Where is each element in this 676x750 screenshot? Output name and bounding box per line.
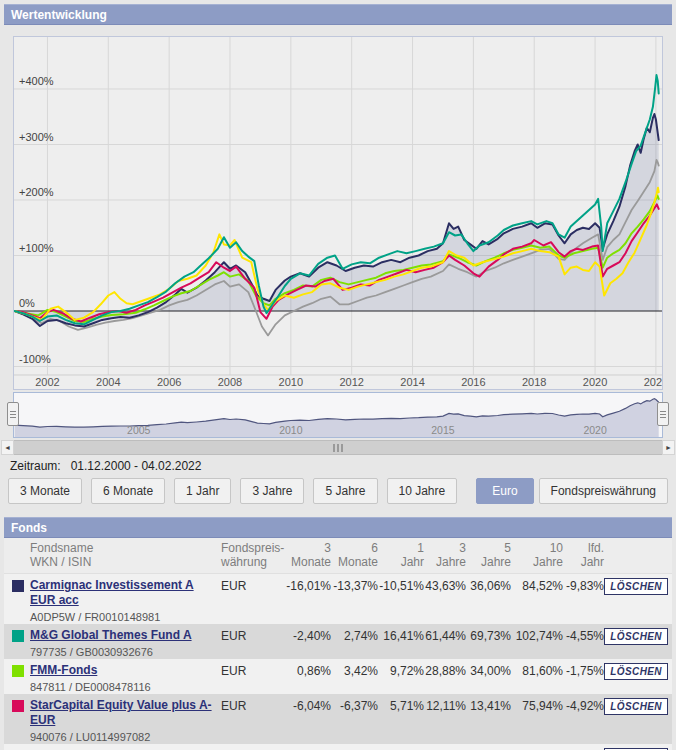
range-handle-left[interactable] <box>7 402 19 426</box>
scroll-left-arrow-icon[interactable]: ◄ <box>1 440 14 455</box>
fund-name-cell: FMM-Fonds847811 / DE0008478116 <box>30 663 221 694</box>
zeitraum-line: Zeitraum:01.12.2000 - 04.02.2022 <box>10 459 201 473</box>
funds-section-header: Fonds <box>4 517 672 538</box>
fund-perf-10y: 102,74% <box>511 628 563 643</box>
scrollbar-grip-icon[interactable] <box>334 444 343 452</box>
fund-action-cell: LÖSCHEN <box>604 698 672 715</box>
svg-text:2002: 2002 <box>35 376 59 388</box>
svg-text:0%: 0% <box>19 297 35 309</box>
fund-name-link[interactable]: FMM-Fonds <box>30 663 97 677</box>
fund-name-cell: StarCapital Equity Value plus A-EUR94007… <box>30 698 221 744</box>
col-header-currency: Fondspreis- währung <box>221 541 279 569</box>
col-header-10y: 10 Jahre <box>511 541 563 569</box>
performance-chart-panel: +400%+300%+200%+100%0%-100%2002200420062… <box>13 36 663 390</box>
fund-name-cell: Carmignac Investissement A EUR accA0DP5W… <box>30 578 221 624</box>
fund-color-swatch <box>12 665 24 677</box>
delete-fund-button[interactable]: LÖSCHEN <box>604 698 668 715</box>
fund-color-swatch <box>12 580 24 592</box>
fund-table-row: M&G Global Themes Fund A797735 / GB00309… <box>4 624 672 659</box>
svg-text:-100%: -100% <box>19 353 51 365</box>
svg-text:2022: 2022 <box>644 376 662 388</box>
fund-perf-10y: 84,52% <box>511 578 563 593</box>
fund-name-link[interactable]: StarCapital Equity Value plus A-EUR <box>30 698 212 727</box>
fund-color-swatch <box>12 700 24 712</box>
currency-fund-button[interactable]: Fondspreiswährung <box>539 478 668 504</box>
fund-name-cell: M&G Global Themes Fund A797735 / GB00309… <box>30 628 221 659</box>
fund-perf-3m: -16,01% <box>279 578 331 593</box>
svg-text:+400%: +400% <box>19 75 54 87</box>
fund-table-row: WM Aktien Global UI-Fonds B979075 / DE00… <box>4 744 672 750</box>
fund-wkn-isin: 797735 / GB0030932676 <box>30 645 221 659</box>
fund-name-link[interactable]: Carmignac Investissement A EUR acc <box>30 578 194 607</box>
range-handle-right[interactable] <box>657 402 669 426</box>
fund-perf-1y: -10,51% <box>378 578 424 593</box>
period-toolbar: 3 Monate 6 Monate 1 Jahr 3 Jahre 5 Jahre… <box>8 478 668 504</box>
svg-text:2004: 2004 <box>96 376 120 388</box>
fund-name-link[interactable]: M&G Global Themes Fund A <box>30 628 192 642</box>
scroll-right-arrow-icon[interactable]: ► <box>662 440 675 455</box>
fund-perf-3m: 0,86% <box>279 663 331 678</box>
fund-currency: EUR <box>221 628 279 643</box>
fund-currency: EUR <box>221 698 279 713</box>
fund-perf-1y: 16,41% <box>378 628 424 643</box>
svg-text:2012: 2012 <box>339 376 363 388</box>
col-header-5y: 5 Jahre <box>466 541 511 569</box>
fund-perf-6m: -13,37% <box>331 578 378 593</box>
fund-table: Fondsname WKN / ISIN Fondspreis- währung… <box>4 538 672 750</box>
period-button-5y[interactable]: 5 Jahre <box>313 478 377 504</box>
period-button-6m[interactable]: 6 Monate <box>91 478 165 504</box>
fund-perf-3m: -6,04% <box>279 698 331 713</box>
timeline-navigator[interactable]: 2005201020152020 <box>13 392 663 438</box>
fund-perf-ytd: -4,55% <box>563 628 604 643</box>
svg-text:2020: 2020 <box>583 376 607 388</box>
fund-perf-3m: -2,40% <box>279 628 331 643</box>
zeitraum-range: 01.12.2000 - 04.02.2022 <box>71 459 202 473</box>
delete-fund-button[interactable]: LÖSCHEN <box>604 663 668 680</box>
fund-currency: EUR <box>221 663 279 678</box>
period-button-1y[interactable]: 1 Jahr <box>174 478 231 504</box>
fund-perf-6m: -6,37% <box>331 698 378 713</box>
fund-wkn-isin: 847811 / DE0008478116 <box>30 680 221 694</box>
chart-gridlines <box>14 37 662 375</box>
fund-currency: EUR <box>221 578 279 593</box>
fund-table-row: Carmignac Investissement A EUR accA0DP5W… <box>4 574 672 624</box>
svg-text:2016: 2016 <box>461 376 485 388</box>
fund-perf-3y: 61,44% <box>424 628 466 643</box>
fund-perf-5y: 34,00% <box>466 663 511 678</box>
fund-perf-5y: 69,73% <box>466 628 511 643</box>
svg-text:+200%: +200% <box>19 186 54 198</box>
col-header-fondsname: Fondsname WKN / ISIN <box>30 541 221 569</box>
fund-perf-1y: 5,71% <box>378 698 424 713</box>
scrollbar-track[interactable] <box>14 440 662 455</box>
svg-text:2018: 2018 <box>522 376 546 388</box>
fund-table-row: StarCapital Equity Value plus A-EUR94007… <box>4 694 672 744</box>
col-header-3m: 3 Monate <box>279 541 331 569</box>
fund-perf-3y: 12,11% <box>424 698 466 713</box>
delete-fund-button[interactable]: LÖSCHEN <box>604 628 668 645</box>
svg-text:2005: 2005 <box>127 424 151 436</box>
currency-euro-button[interactable]: Euro <box>476 478 533 504</box>
fund-color-swatch <box>12 630 24 642</box>
fund-perf-ytd: -1,75% <box>563 663 604 678</box>
fund-perf-ytd: -9,83% <box>563 578 604 593</box>
delete-fund-button[interactable]: LÖSCHEN <box>604 578 668 595</box>
fund-wkn-isin: A0DP5W / FR0010148981 <box>30 610 221 624</box>
fund-perf-6m: 2,74% <box>331 628 378 643</box>
fund-perf-5y: 36,06% <box>466 578 511 593</box>
col-header-3y: 3 Jahre <box>424 541 466 569</box>
col-header-1y: 1 Jahr <box>378 541 424 569</box>
performance-chart: +400%+300%+200%+100%0%-100%2002200420062… <box>14 37 662 389</box>
svg-text:2020: 2020 <box>583 424 607 436</box>
svg-text:2015: 2015 <box>431 424 455 436</box>
timeline-scrollbar[interactable]: ◄ ► <box>1 440 675 455</box>
fund-action-cell: LÖSCHEN <box>604 663 672 680</box>
period-button-3m[interactable]: 3 Monate <box>8 478 82 504</box>
svg-text:+300%: +300% <box>19 131 54 143</box>
fund-perf-3y: 43,63% <box>424 578 466 593</box>
period-button-3y[interactable]: 3 Jahre <box>240 478 304 504</box>
fund-perf-10y: 81,60% <box>511 663 563 678</box>
svg-text:+100%: +100% <box>19 242 54 254</box>
fund-perf-1y: 9,72% <box>378 663 424 678</box>
period-button-10y[interactable]: 10 Jahre <box>387 478 458 504</box>
svg-text:2008: 2008 <box>218 376 242 388</box>
